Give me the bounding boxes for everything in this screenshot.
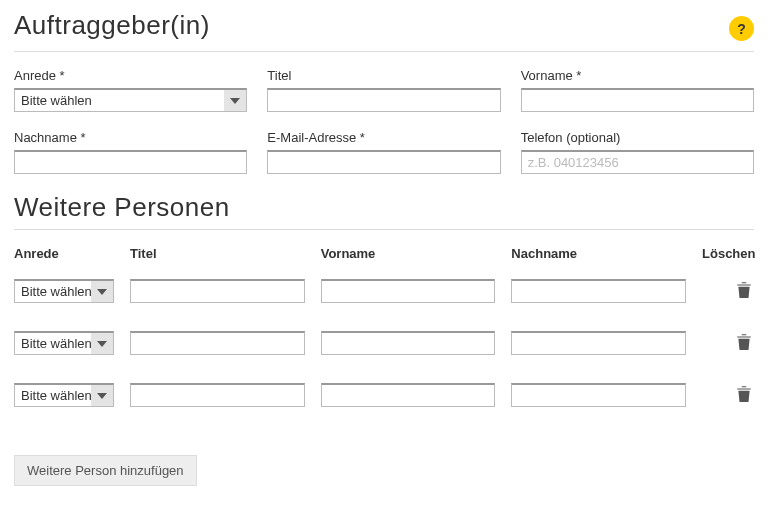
nachname-input[interactable] (14, 150, 247, 174)
column-header-titel: Titel (130, 246, 305, 261)
email-input[interactable] (267, 150, 500, 174)
table-row: Bitte wählen (14, 279, 754, 303)
delete-row-button[interactable] (734, 280, 754, 300)
row-anrede-select[interactable]: Bitte wählen (14, 331, 114, 355)
trash-icon (736, 281, 752, 299)
section-title-persons: Weitere Personen (14, 192, 754, 223)
row-nachname-input[interactable] (511, 383, 686, 407)
row-anrede-value: Bitte wählen (21, 388, 91, 403)
column-header-delete: Löschen (702, 246, 754, 261)
column-header-vorname: Vorname (321, 246, 496, 261)
table-row: Bitte wählen (14, 331, 754, 355)
row-vorname-input[interactable] (321, 279, 496, 303)
titel-input[interactable] (267, 88, 500, 112)
label-nachname: Nachname * (14, 130, 247, 145)
chevron-down-icon (91, 333, 113, 354)
delete-row-button[interactable] (734, 384, 754, 404)
label-titel: Titel (267, 68, 500, 83)
section-title-client: Auftraggeber(in) (14, 10, 210, 41)
row-vorname-input[interactable] (321, 383, 496, 407)
divider (14, 51, 754, 52)
telefon-input[interactable] (521, 150, 754, 174)
anrede-select-value: Bitte wählen (21, 93, 224, 108)
divider (14, 229, 754, 230)
add-person-button[interactable]: Weitere Person hinzufügen (14, 455, 197, 486)
anrede-select[interactable]: Bitte wählen (14, 88, 247, 112)
column-header-nachname: Nachname (511, 246, 686, 261)
trash-icon (736, 385, 752, 403)
row-vorname-input[interactable] (321, 331, 496, 355)
column-header-anrede: Anrede (14, 246, 114, 261)
row-nachname-input[interactable] (511, 331, 686, 355)
delete-row-button[interactable] (734, 332, 754, 352)
row-nachname-input[interactable] (511, 279, 686, 303)
row-anrede-value: Bitte wählen (21, 336, 91, 351)
row-anrede-select[interactable]: Bitte wählen (14, 383, 114, 407)
row-titel-input[interactable] (130, 383, 305, 407)
chevron-down-icon (91, 385, 113, 406)
label-email: E-Mail-Adresse * (267, 130, 500, 145)
chevron-down-icon (224, 90, 246, 111)
vorname-input[interactable] (521, 88, 754, 112)
label-vorname: Vorname * (521, 68, 754, 83)
trash-icon (736, 333, 752, 351)
table-row: Bitte wählen (14, 383, 754, 407)
help-button[interactable]: ? (729, 16, 754, 41)
label-telefon: Telefon (optional) (521, 130, 754, 145)
row-titel-input[interactable] (130, 279, 305, 303)
label-anrede: Anrede * (14, 68, 247, 83)
chevron-down-icon (91, 281, 113, 302)
row-anrede-select[interactable]: Bitte wählen (14, 279, 114, 303)
row-titel-input[interactable] (130, 331, 305, 355)
row-anrede-value: Bitte wählen (21, 284, 91, 299)
